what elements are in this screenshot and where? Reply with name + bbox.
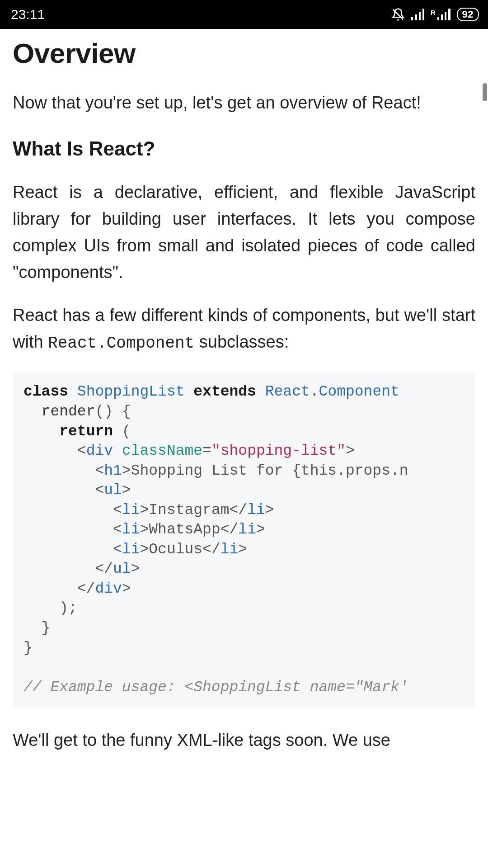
- status-time: 23:11: [11, 7, 45, 22]
- page-content[interactable]: Overview Now that you're set up, let's g…: [0, 29, 488, 754]
- scroll-indicator[interactable]: [483, 83, 487, 101]
- page-title: Overview: [13, 37, 475, 69]
- body-paragraph-1: React is a declarative, efficient, and f…: [13, 179, 475, 286]
- code-content: class ShoppingList extends React.Compone…: [23, 382, 466, 697]
- intro-paragraph: Now that you're set up, let's get an ove…: [13, 91, 475, 115]
- signal-roaming-icon: R: [431, 9, 450, 20]
- inline-code: React.Component: [48, 334, 194, 353]
- signal-icon: [411, 9, 424, 20]
- status-icons: R 92: [391, 8, 479, 21]
- section-heading: What Is React?: [13, 137, 475, 160]
- status-bar: 23:11 R 92: [0, 0, 488, 29]
- battery-indicator: 92: [457, 8, 479, 21]
- body-paragraph-3: We'll get to the funny XML-like tags soo…: [13, 727, 475, 754]
- mute-icon: [391, 8, 405, 21]
- body-paragraph-2: React has a few different kinds of compo…: [13, 302, 475, 356]
- code-block[interactable]: class ShoppingList extends React.Compone…: [13, 372, 475, 707]
